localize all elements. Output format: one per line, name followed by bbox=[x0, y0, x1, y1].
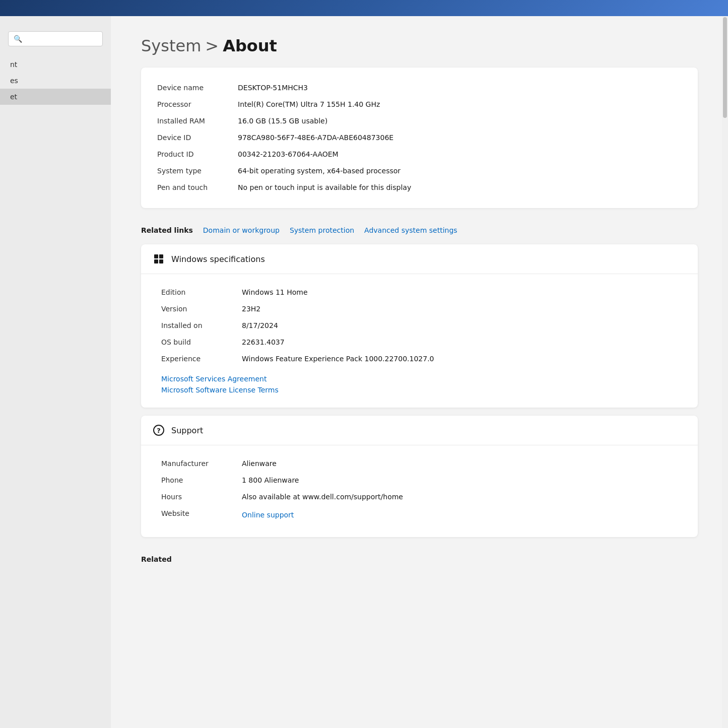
manufacturer-label: Manufacturer bbox=[161, 458, 242, 469]
advanced-system-settings-link[interactable]: Advanced system settings bbox=[360, 224, 461, 236]
windows-specs-header: Windows specifications bbox=[141, 244, 698, 274]
device-id-label: Device ID bbox=[157, 133, 238, 143]
system-type-value: 64-bit operating system, x64-based proce… bbox=[238, 166, 682, 176]
device-info-card: Device name DESKTOP-51MHCH3 Processor In… bbox=[141, 68, 698, 208]
phone-label: Phone bbox=[161, 475, 242, 486]
os-build-label: OS build bbox=[161, 337, 242, 348]
processor-label: Processor bbox=[157, 99, 238, 110]
product-id-label: Product ID bbox=[157, 149, 238, 160]
website-label: Website bbox=[161, 508, 242, 522]
support-header: ? Support bbox=[141, 416, 698, 445]
pen-touch-label: Pen and touch bbox=[157, 182, 238, 193]
search-box[interactable]: 🔍 bbox=[8, 31, 103, 46]
sidebar-item-nt[interactable]: nt bbox=[0, 56, 111, 73]
hours-label: Hours bbox=[161, 492, 242, 502]
support-icon: ? bbox=[153, 425, 164, 436]
phone-row: Phone 1 800 Alienware bbox=[161, 472, 678, 489]
hours-value: Also available at www.dell.com/support/h… bbox=[242, 492, 678, 502]
phone-value: 1 800 Alienware bbox=[242, 475, 678, 486]
sidebar-item-et[interactable]: et bbox=[0, 89, 111, 105]
product-id-value: 00342-21203-67064-AAOEM bbox=[238, 149, 682, 160]
installed-on-row: Installed on 8/17/2024 bbox=[161, 317, 678, 334]
product-id-row: Product ID 00342-21203-67064-AAOEM bbox=[157, 146, 682, 163]
manufacturer-value: Alienware bbox=[242, 458, 678, 469]
device-id-value: 978CA980-56F7-48E6-A7DA-ABE60487306E bbox=[238, 133, 682, 143]
support-card: ? Support Manufacturer Alienware Phone 1… bbox=[141, 416, 698, 537]
online-support-link[interactable]: Online support bbox=[242, 508, 294, 522]
support-title: Support bbox=[171, 426, 203, 435]
support-body: Manufacturer Alienware Phone 1 800 Alien… bbox=[141, 445, 698, 537]
breadcrumb-separator: > bbox=[205, 36, 219, 55]
system-protection-link[interactable]: System protection bbox=[286, 224, 358, 236]
system-type-label: System type bbox=[157, 166, 238, 176]
related-footer: Related bbox=[141, 545, 698, 563]
version-row: Version 23H2 bbox=[161, 301, 678, 317]
experience-label: Experience bbox=[161, 354, 242, 364]
domain-workgroup-link[interactable]: Domain or workgroup bbox=[199, 224, 284, 236]
edition-value: Windows 11 Home bbox=[242, 287, 678, 298]
device-name-label: Device name bbox=[157, 83, 238, 93]
ms-services-agreement-link[interactable]: Microsoft Services Agreement bbox=[161, 373, 678, 384]
related-links-label: Related links bbox=[141, 226, 193, 234]
top-bar bbox=[0, 0, 728, 16]
scrollbar-track[interactable] bbox=[722, 16, 728, 728]
installed-ram-label: Installed RAM bbox=[157, 116, 238, 126]
hours-row: Hours Also available at www.dell.com/sup… bbox=[161, 489, 678, 505]
experience-row: Experience Windows Feature Experience Pa… bbox=[161, 351, 678, 367]
system-type-row: System type 64-bit operating system, x64… bbox=[157, 163, 682, 179]
manufacturer-row: Manufacturer Alienware bbox=[161, 455, 678, 472]
processor-value: Intel(R) Core(TM) Ultra 7 155H 1.40 GHz bbox=[238, 99, 682, 110]
page-title: System > About bbox=[141, 36, 698, 55]
windows-links: Microsoft Services Agreement Microsoft S… bbox=[161, 373, 678, 395]
pen-touch-row: Pen and touch No pen or touch input is a… bbox=[157, 179, 682, 196]
pen-touch-value: No pen or touch input is available for t… bbox=[238, 182, 682, 193]
device-id-row: Device ID 978CA980-56F7-48E6-A7DA-ABE604… bbox=[157, 129, 682, 146]
windows-logo-icon bbox=[153, 253, 164, 264]
device-name-value: DESKTOP-51MHCH3 bbox=[238, 83, 682, 93]
main-content: System > About Device name DESKTOP-51MHC… bbox=[111, 16, 728, 728]
windows-specs-card: Windows specifications Edition Windows 1… bbox=[141, 244, 698, 408]
os-build-value: 22631.4037 bbox=[242, 337, 678, 348]
os-build-row: OS build 22631.4037 bbox=[161, 334, 678, 351]
installed-on-value: 8/17/2024 bbox=[242, 320, 678, 331]
installed-ram-row: Installed RAM 16.0 GB (15.5 GB usable) bbox=[157, 113, 682, 129]
sidebar: 🔍 nt es et bbox=[0, 16, 111, 728]
version-value: 23H2 bbox=[242, 304, 678, 314]
installed-on-label: Installed on bbox=[161, 320, 242, 331]
edition-row: Edition Windows 11 Home bbox=[161, 284, 678, 301]
edition-label: Edition bbox=[161, 287, 242, 298]
scrollbar-thumb[interactable] bbox=[723, 17, 727, 118]
sidebar-item-es[interactable]: es bbox=[0, 73, 111, 89]
installed-ram-value: 16.0 GB (15.5 GB usable) bbox=[238, 116, 682, 126]
windows-specs-title: Windows specifications bbox=[171, 254, 265, 264]
processor-row: Processor Intel(R) Core(TM) Ultra 7 155H… bbox=[157, 96, 682, 113]
related-links-bar: Related links Domain or workgroup System… bbox=[141, 216, 698, 244]
experience-value: Windows Feature Experience Pack 1000.227… bbox=[242, 354, 678, 364]
website-row: Website Online support bbox=[161, 505, 678, 525]
device-name-row: Device name DESKTOP-51MHCH3 bbox=[157, 80, 682, 96]
breadcrumb-current: About bbox=[223, 36, 277, 55]
windows-specs-body: Edition Windows 11 Home Version 23H2 Ins… bbox=[141, 274, 698, 408]
breadcrumb-section: System bbox=[141, 36, 201, 55]
ms-license-terms-link[interactable]: Microsoft Software License Terms bbox=[161, 384, 678, 395]
search-icon: 🔍 bbox=[14, 35, 22, 43]
version-label: Version bbox=[161, 304, 242, 314]
